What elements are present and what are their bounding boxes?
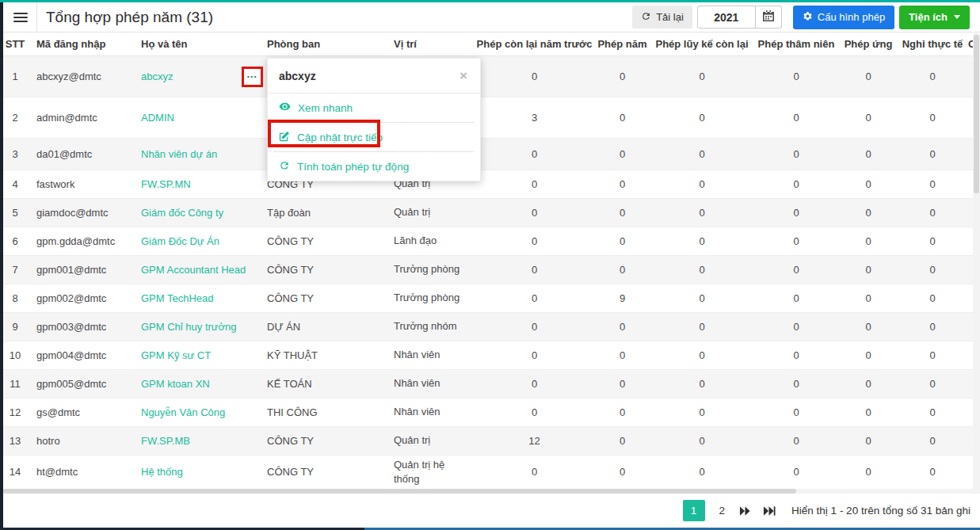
gear-icon	[803, 11, 813, 24]
last-page-icon[interactable]	[763, 506, 776, 516]
employee-name-link[interactable]: Nguyễn Văn Công	[141, 406, 225, 418]
employee-name-link[interactable]: GPM Chỉ huy trưởng	[141, 321, 237, 333]
username-cell: hotro	[27, 426, 132, 455]
value-cell: 0	[753, 312, 840, 341]
employee-name-link[interactable]: Giám đốc Công ty	[141, 207, 223, 219]
chevron-down-icon	[954, 15, 960, 19]
value-cell: 0	[840, 255, 897, 284]
toolbar-actions: Tải lại Cấu hình phép Tiện ích	[632, 6, 970, 29]
value-cell: 0	[897, 369, 968, 398]
value-cell: 0	[840, 227, 897, 255]
year-input[interactable]	[697, 6, 756, 29]
value-cell: 0	[753, 284, 840, 312]
value-cell: 0	[840, 369, 897, 398]
more-options-icon[interactable]: •••	[247, 74, 257, 80]
value-cell: 0	[897, 398, 968, 426]
employee-name-link[interactable]: GPM ktoan XN	[141, 378, 210, 390]
employee-name-link[interactable]: GPM TechHead	[141, 292, 214, 304]
value-cell: 0	[897, 341, 968, 369]
next-pages-icon[interactable]	[739, 506, 751, 516]
stt-cell: 6	[3, 227, 27, 255]
position-cell: Nhân viên	[384, 398, 475, 426]
employee-name-link[interactable]: FW.SP.MN	[141, 178, 191, 190]
value-cell: 0	[840, 55, 897, 97]
value-cell: 0	[593, 426, 651, 455]
page-button-2[interactable]: 2	[717, 505, 728, 517]
column-header-accrued-leave: Phép lũy kế còn lại	[651, 33, 753, 55]
employee-name-link[interactable]: GPM Kỹ sư CT	[141, 349, 211, 361]
value-cell: 0	[593, 198, 651, 227]
value-cell: 0	[651, 312, 753, 341]
refresh-icon	[279, 160, 290, 173]
page-title: Tổng hợp phép năm (31)	[46, 9, 213, 26]
position-cell: Quản trị	[384, 426, 475, 455]
table-row: 14ht@dmtcHệ thốngCÔNG TYQuản trị hệ thốn…	[3, 455, 980, 489]
menu-item-auto-calculate-leave[interactable]: Tính toán phép tự động	[268, 152, 480, 181]
value-cell: 0	[897, 455, 968, 489]
stt-cell: 5	[3, 198, 27, 227]
value-cell: 0	[593, 398, 651, 426]
config-leave-button[interactable]: Cấu hình phép	[793, 6, 894, 29]
value-cell: 0	[475, 284, 593, 312]
value-cell: 0	[651, 55, 753, 97]
toolbar-divider	[36, 2, 37, 32]
calendar-button[interactable]	[756, 6, 782, 29]
employee-name-link[interactable]: Hệ thống	[141, 466, 183, 478]
value-cell: 0	[897, 170, 968, 198]
vertical-scrollbar-thumb[interactable]	[974, 35, 979, 193]
horizontal-scrollbar[interactable]	[3, 489, 980, 494]
fullname-cell: Giám đốc Công ty	[132, 198, 257, 227]
table-row: 11gpm005@dmtcGPM ktoan XNKẾ TOÁNNhân viê…	[3, 369, 980, 398]
reload-button[interactable]: Tải lại	[632, 6, 692, 29]
column-header-actual-leave: Nghỉ thực tế	[897, 33, 968, 55]
fullname-cell: Giám Đốc Dự Án	[132, 227, 257, 255]
value-cell: 0	[753, 426, 840, 455]
stt-cell: 4	[3, 170, 27, 198]
column-header-seniority-leave: Phép thâm niên	[753, 33, 840, 55]
employee-name-link[interactable]: GPM Accountant Head	[141, 264, 246, 276]
value-cell: 0	[475, 198, 593, 227]
position-cell: Trưởng nhóm	[384, 312, 475, 341]
value-cell: 0	[753, 138, 840, 170]
value-cell: 0	[651, 398, 753, 426]
horizontal-scrollbar-thumb[interactable]	[3, 489, 796, 494]
column-header-department: Phòng ban	[257, 33, 384, 55]
annotation-box-more-button: •••	[242, 67, 263, 87]
position-cell: Quản trị	[384, 198, 475, 227]
employee-name-link[interactable]: ADMIN	[141, 112, 174, 124]
table-row: 3da01@dmtcNhân viên dự ánDỰ ÁN000000	[3, 138, 980, 170]
value-cell: 0	[897, 55, 968, 97]
fullname-cell: Hệ thống	[132, 455, 257, 489]
employee-name-link[interactable]: Nhân viên dự án	[141, 148, 217, 160]
value-cell: 0	[840, 284, 897, 312]
hamburger-menu-icon[interactable]	[10, 8, 31, 27]
fullname-cell: GPM Accountant Head	[132, 255, 257, 284]
column-header-prev-year-leave: Phép còn lại năm trước	[475, 33, 593, 55]
utilities-dropdown-button[interactable]: Tiện ích	[899, 6, 970, 29]
value-cell: 0	[475, 312, 593, 341]
value-cell: 0	[753, 369, 840, 398]
employee-name-link[interactable]: FW.SP.MB	[141, 435, 190, 447]
value-cell: 0	[897, 138, 968, 170]
close-icon[interactable]: ×	[456, 67, 471, 84]
context-menu-title: abcxyz	[279, 70, 316, 82]
username-cell: gpm001@dmtc	[27, 255, 132, 284]
vertical-scrollbar[interactable]	[973, 33, 980, 489]
position-cell: Nhân viên	[384, 369, 475, 398]
username-cell: admin@dmtc	[27, 97, 132, 138]
toolbar: Tổng hợp phép năm (31) Tải lại Cấu hình …	[3, 2, 980, 32]
leave-summary-table-wrap: STTMã đăng nhậpHọ và tênPhòng banVị tríP…	[3, 33, 980, 489]
fullname-cell: abcxyz	[132, 55, 257, 97]
column-header-advance-leave: Phép ứng	[840, 33, 897, 55]
value-cell: 0	[593, 55, 651, 97]
employee-name-link[interactable]: abcxyz	[141, 71, 173, 82]
menu-item-quick-view[interactable]: Xem nhanh	[268, 93, 480, 122]
collapsed-sidebar-edge	[0, 0, 3, 530]
employee-name-link[interactable]: Giám Đốc Dự Án	[141, 235, 219, 247]
pagination-footer: 1 2 Hiển thị 1 - 20 trên tổng số 31 bản …	[3, 494, 980, 528]
page-button-1[interactable]: 1	[683, 500, 705, 521]
fullname-cell: ADMIN	[132, 97, 257, 138]
value-cell: 0	[593, 138, 651, 170]
value-cell: 0	[753, 227, 840, 255]
table-row: 7gpm001@dmtcGPM Accountant HeadCÔNG TYTr…	[3, 255, 980, 284]
